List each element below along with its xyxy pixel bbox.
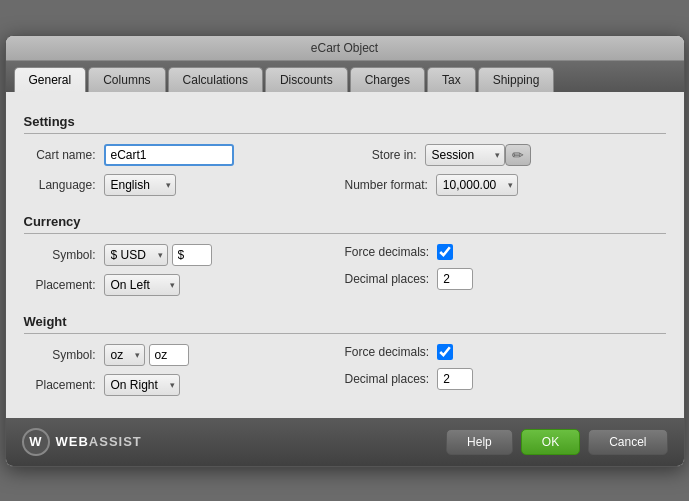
language-row: Language: English Spanish French ▾ <box>24 174 345 196</box>
currency-force-decimals-checkbox[interactable] <box>437 244 453 260</box>
content-area: Settings Cart name: Language: English Sp… <box>6 92 684 418</box>
currency-decimal-places-row: Decimal places: <box>345 268 666 290</box>
language-select[interactable]: English Spanish French <box>104 174 176 196</box>
tab-bar: General Columns Calculations Discounts C… <box>6 61 684 92</box>
number-format-select-wrap: 10,000.00 10.000,00 10000.00 ▾ <box>436 174 518 196</box>
weight-right-col: Force decimals: Decimal places: <box>345 344 666 398</box>
settings-divider <box>24 133 666 134</box>
weight-rows: Symbol: oz lb kg g ▾ <box>24 344 666 404</box>
weight-symbol-label: Symbol: <box>24 348 104 362</box>
weight-section-title: Weight <box>24 314 666 329</box>
store-in-row: Store in: Session Cookie Database ▾ ✏ <box>345 144 666 166</box>
currency-placement-row: Placement: On Left On Right ▾ <box>24 274 345 296</box>
tab-charges[interactable]: Charges <box>350 67 425 92</box>
currency-placement-label: Placement: <box>24 278 104 292</box>
currency-section-title: Currency <box>24 214 666 229</box>
weight-force-decimals-checkbox[interactable] <box>437 344 453 360</box>
currency-right-col: Force decimals: Decimal places: <box>345 244 666 298</box>
weight-symbol-select-wrap: oz lb kg g ▾ <box>104 344 145 366</box>
store-in-label: Store in: <box>345 148 425 162</box>
weight-decimal-places-row: Decimal places: <box>345 368 666 390</box>
cart-name-row: Cart name: <box>24 144 345 166</box>
currency-symbol-select[interactable]: $ USD € EUR £ GBP <box>104 244 168 266</box>
settings-left-col: Cart name: Language: English Spanish Fre… <box>24 144 345 204</box>
currency-symbol-input[interactable] <box>172 244 212 266</box>
footer-buttons: Help OK Cancel <box>446 429 667 455</box>
currency-rows: Symbol: $ USD € EUR £ GBP ▾ <box>24 244 666 304</box>
webassist-logo: W WEBASSIST <box>22 428 142 456</box>
weight-decimal-places-label: Decimal places: <box>345 372 438 386</box>
store-in-select[interactable]: Session Cookie Database <box>425 144 505 166</box>
edit-icon: ✏ <box>512 147 524 163</box>
currency-force-decimals-wrap <box>437 244 453 260</box>
tab-calculations[interactable]: Calculations <box>168 67 263 92</box>
weight-symbol-row: Symbol: oz lb kg g ▾ <box>24 344 345 366</box>
help-button[interactable]: Help <box>446 429 513 455</box>
weight-decimal-places-input[interactable] <box>437 368 473 390</box>
weight-placement-label: Placement: <box>24 378 104 392</box>
title-bar: eCart Object <box>6 36 684 61</box>
language-select-wrap: English Spanish French ▾ <box>104 174 176 196</box>
footer: W WEBASSIST Help OK Cancel <box>6 418 684 466</box>
tab-general[interactable]: General <box>14 67 87 92</box>
weight-symbol-select[interactable]: oz lb kg g <box>104 344 145 366</box>
tab-shipping[interactable]: Shipping <box>478 67 555 92</box>
currency-decimal-places-label: Decimal places: <box>345 272 438 286</box>
weight-placement-select[interactable]: On Left On Right <box>104 374 180 396</box>
number-format-select[interactable]: 10,000.00 10.000,00 10000.00 <box>436 174 518 196</box>
wa-logo-text: WEBASSIST <box>56 434 142 449</box>
tab-tax[interactable]: Tax <box>427 67 476 92</box>
currency-decimal-places-input[interactable] <box>437 268 473 290</box>
currency-left-col: Symbol: $ USD € EUR £ GBP ▾ <box>24 244 345 304</box>
currency-symbol-group: $ USD € EUR £ GBP ▾ <box>104 244 212 266</box>
window: eCart Object General Columns Calculation… <box>5 35 685 467</box>
cancel-button[interactable]: Cancel <box>588 429 667 455</box>
cart-name-label: Cart name: <box>24 148 104 162</box>
number-format-label: Number format: <box>345 178 436 192</box>
weight-placement-select-wrap: On Left On Right ▾ <box>104 374 180 396</box>
currency-divider <box>24 233 666 234</box>
weight-symbol-input[interactable] <box>149 344 189 366</box>
currency-placement-select-wrap: On Left On Right ▾ <box>104 274 180 296</box>
weight-force-decimals-row: Force decimals: <box>345 344 666 360</box>
store-in-select-wrap: Session Cookie Database ▾ <box>425 144 505 166</box>
currency-force-decimals-label: Force decimals: <box>345 245 438 259</box>
currency-symbol-row: Symbol: $ USD € EUR £ GBP ▾ <box>24 244 345 266</box>
settings-right-col: Store in: Session Cookie Database ▾ ✏ <box>345 144 666 204</box>
weight-left-col: Symbol: oz lb kg g ▾ <box>24 344 345 404</box>
window-title: eCart Object <box>311 41 378 55</box>
weight-divider <box>24 333 666 334</box>
weight-placement-row: Placement: On Left On Right ▾ <box>24 374 345 396</box>
wa-text-web: WEB <box>56 434 89 449</box>
cart-name-input[interactable] <box>104 144 234 166</box>
settings-section-title: Settings <box>24 114 666 129</box>
number-format-row: Number format: 10,000.00 10.000,00 10000… <box>345 174 666 196</box>
weight-force-decimals-label: Force decimals: <box>345 345 438 359</box>
edit-button[interactable]: ✏ <box>505 144 531 166</box>
weight-force-decimals-wrap <box>437 344 453 360</box>
settings-rows: Cart name: Language: English Spanish Fre… <box>24 144 666 204</box>
wa-icon: W <box>22 428 50 456</box>
tab-columns[interactable]: Columns <box>88 67 165 92</box>
weight-symbol-group: oz lb kg g ▾ <box>104 344 189 366</box>
wa-text-assist: ASSIST <box>89 434 142 449</box>
currency-placement-select[interactable]: On Left On Right <box>104 274 180 296</box>
ok-button[interactable]: OK <box>521 429 580 455</box>
currency-symbol-label: Symbol: <box>24 248 104 262</box>
tab-discounts[interactable]: Discounts <box>265 67 348 92</box>
language-label: Language: <box>24 178 104 192</box>
currency-symbol-select-wrap: $ USD € EUR £ GBP ▾ <box>104 244 168 266</box>
currency-force-decimals-row: Force decimals: <box>345 244 666 260</box>
